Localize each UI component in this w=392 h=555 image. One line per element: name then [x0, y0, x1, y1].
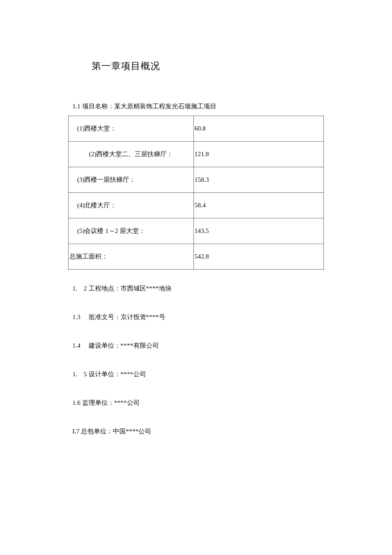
area-table: (1)西楼大堂： 60.8 (2)西楼大堂二、三层扶梯厅： 121.8 (3)西… — [68, 116, 324, 270]
row-value: 60.8 — [193, 116, 324, 142]
row-value: 58.4 — [193, 193, 324, 218]
row-value: 121.8 — [193, 142, 324, 167]
section-1-1-heading: 1.1 项目名称：某大原精装饰工程发光石墙施工项目 — [72, 102, 324, 110]
info-line-contractor-unit: L7 总包单位：中国****公司 — [72, 427, 324, 436]
chapter-title: 第一章项目概况 — [92, 60, 324, 73]
row-label: (2)西楼大堂二、三层扶梯厅： — [69, 142, 194, 167]
document-page: 第一章项目概况 1.1 项目名称：某大原精装饰工程发光石墙施工项目 (1)西楼大… — [0, 0, 392, 436]
table-row: (3)西楼一层扶梯厅： 158.3 — [69, 167, 324, 193]
table-row: (2)西楼大堂二、三层扶梯厅： 121.8 — [69, 142, 324, 167]
table-row: (4)北楼大厅： 58.4 — [69, 193, 324, 218]
row-label: (3)西楼一层扶梯厅： — [69, 167, 194, 193]
info-line-construction-unit: 1.4 建设单位：****有限公司 — [72, 342, 324, 350]
info-line-location: 1. 2 工程地点：市西城区****地块 — [72, 285, 324, 293]
info-line-approval: 1.3 批准文号：京计投资****号 — [72, 313, 324, 321]
table-row: 总施工面积： 542.8 — [69, 244, 324, 270]
info-line-design-unit: 1. 5 设计单位：****公司 — [72, 370, 324, 378]
table-row: (1)西楼大堂： 60.8 — [69, 116, 324, 142]
row-value: 143.5 — [193, 218, 324, 244]
row-label: (1)西楼大堂： — [69, 116, 194, 142]
info-line-supervision-unit: 1.6 监理单位：****公司 — [72, 399, 324, 407]
row-label: (4)北楼大厅： — [69, 193, 194, 218]
table-row: (5)会议楼 1～2 层大堂： 143.5 — [69, 218, 324, 244]
row-value: 542.8 — [193, 244, 324, 270]
row-label: 总施工面积： — [69, 244, 194, 270]
row-value: 158.3 — [193, 167, 324, 193]
row-label: (5)会议楼 1～2 层大堂： — [69, 218, 194, 244]
